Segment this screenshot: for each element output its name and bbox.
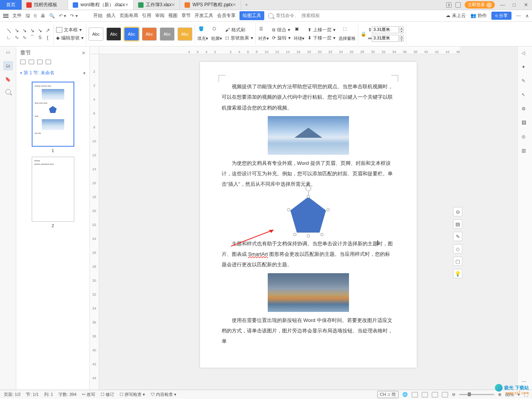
status-edit[interactable]: ☐ 修订 [101,392,114,397]
menu-layout[interactable]: 页面布局 [120,12,138,19]
status-page[interactable]: 页面: 1/2 [4,392,21,397]
pentagon-shape[interactable] [291,197,326,233]
status-spellcheck[interactable]: ☐ 拼写检查 ▾ [120,392,145,397]
tab-home[interactable]: 首页 [0,0,22,10]
tab-close-icon[interactable]: ✕ [233,2,236,7]
rail-chapter-icon[interactable]: 🗂 [3,61,13,70]
rpanel-select-icon[interactable]: ↖ [522,92,529,99]
menu-insert[interactable]: 插入 [106,12,116,19]
resize-handle[interactable] [293,233,296,236]
send-backward-button[interactable]: ⬇下移一层▾ [308,35,335,41]
lock-icon[interactable]: 🔒 [361,31,366,37]
qat-save-icon[interactable]: 🖫 [26,13,30,19]
rpanel-image-icon[interactable]: 🖼 [522,120,529,127]
menu-vip[interactable]: 会员专享 [217,12,236,19]
height-spin-up[interactable]: ▴ [400,26,404,30]
rpanel-toggle-icon[interactable]: ◁ [522,50,529,57]
page-thumbnail-1[interactable]: xxxxxx xxxxxx xxxxxxxx xxxx xxxxxxxxxxx … [32,82,74,147]
menu-reference[interactable]: 引用 [142,12,151,19]
menu-more-icon[interactable]: ⋯ [516,13,521,19]
resize-handle[interactable] [327,208,330,211]
hamburger-icon[interactable] [3,14,9,18]
status-words[interactable]: 字数: 394 [58,392,76,397]
selected-shape[interactable] [287,193,330,236]
view-web-icon[interactable] [432,392,438,397]
resize-handle[interactable] [287,208,290,211]
add-tab-button[interactable]: ＋ [241,0,252,10]
menu-file[interactable]: 文件 [12,12,22,19]
resize-handle[interactable] [320,233,323,236]
textbox-button[interactable]: 文本框 ▾ [56,27,84,33]
float-idea-icon[interactable]: 💡 [453,269,462,278]
bring-forward-button[interactable]: ⬆上移一层▾ [308,27,335,33]
rail-bookmark-icon[interactable]: 🔖 [5,76,12,83]
login-button[interactable]: 立即登录 [465,1,495,9]
tab-pptx[interactable]: WPS PPT教程.pptx ▸ ✕ [180,0,241,10]
rail-search-icon[interactable] [5,88,12,95]
rotate-handle[interactable] [306,186,311,191]
status-lang-icon[interactable]: 🌐 [402,392,408,397]
menu-start[interactable]: 开始 [93,12,103,19]
width-spin-up[interactable]: ▴ [400,35,404,38]
window-workspace-icon[interactable]: 3 [446,2,452,8]
cloud-status[interactable]: ☁ 未上云 [446,12,465,19]
nav-close-icon[interactable]: ✕ [82,50,86,56]
window-close[interactable]: ✕ [522,2,530,8]
tab-templates[interactable]: 找稻壳模板 [22,0,68,10]
ribbon-collapse-icon[interactable]: ∧ [525,13,529,19]
float-collapse-icon[interactable]: ⊖ [453,207,462,216]
qat-saveas-icon[interactable]: ⎘ [34,13,37,19]
style-swatches[interactable]: Abc Abc Abc Abc Abc Abc [86,24,195,45]
status-column[interactable]: 列: 1 [44,392,53,397]
tab-menu-icon[interactable]: ▸ [166,2,169,8]
qat-preview-icon[interactable]: 🔍 [49,13,55,19]
share-button[interactable]: ⎋ 分享 [491,12,511,20]
float-layout-icon[interactable]: ▤ [453,219,462,229]
window-minimize[interactable]: — [499,2,506,8]
height-input[interactable] [372,26,399,33]
qat-redo-icon[interactable]: ↷ ▾ [70,13,77,19]
menu-review[interactable]: 审阅 [155,12,164,19]
menu-dev[interactable]: 开发工具 [195,12,213,19]
rail-page-icon[interactable]: ▭ [5,49,12,56]
outline-button[interactable]: ⬡轮廓▾ [211,26,222,41]
width-spin-down[interactable]: ▾ [400,38,404,42]
view-read-icon[interactable] [442,392,448,397]
rpanel-settings-icon[interactable]: ⚙ [522,106,529,113]
window-grid-icon[interactable] [455,2,461,8]
page-thumbnail-2[interactable]: xxxxxxxxxxxx xxxxxxxxx xxxx [32,157,74,222]
swatch-2[interactable]: Abc [106,27,121,41]
rpanel-style-icon[interactable]: ✦ [522,64,529,71]
zoom-slider[interactable] [459,394,494,395]
status-rewrite[interactable]: ✏ 改写 [82,392,95,397]
float-edit-icon[interactable]: ✎ [453,232,462,241]
shape-gallery[interactable]: ＼↘↘↘↘↗ ∟∿∿⌒Ｓ{ [5,27,51,41]
width-input[interactable] [372,35,399,42]
group-button[interactable]: ⧉组合▾ [272,27,291,33]
view-page-icon[interactable] [412,392,418,397]
nav-thumbnail-tools[interactable] [20,60,86,64]
selection-pane-button[interactable]: ⬚选择窗格 [339,26,356,41]
image-autumn[interactable] [268,273,349,312]
swatch-4[interactable]: Abc [142,27,157,41]
horizontal-ruler[interactable]: 4642246810121416182022242628303234363840… [99,46,460,54]
window-maximize[interactable]: □ [510,2,518,8]
menu-drawing-tools[interactable]: 绘图工具 [239,11,264,20]
swatch-3[interactable]: Abc [124,27,139,41]
wrap-button[interactable]: ▣环绕▾ [294,26,304,41]
tab-menu-icon[interactable]: ▸ [120,2,122,8]
tab-close-icon[interactable]: ✕ [125,2,128,7]
image-mountain[interactable] [268,116,349,155]
edit-shape-button[interactable]: ◆编辑形状 ▾ [56,35,84,41]
tab-close-icon[interactable]: ✕ [171,2,175,7]
tab-menu-icon[interactable]: ▸ [228,2,230,8]
float-outline-icon[interactable]: ▢ [453,257,462,266]
document-canvas[interactable]: 视频提供了功能强大的方法帮助您证明您的观点。当您单击联机视频时，可以在想要添加的… [99,54,517,390]
qat-undo-icon[interactable]: ↶ ▾ [59,13,66,19]
status-contentcheck[interactable]: 🛡 内容检查 ▾ [151,392,176,397]
swatch-6[interactable]: Abc [178,27,192,41]
fill-button[interactable]: 🪣填充▾ [197,26,208,41]
command-search[interactable]: 查找命令、搜索模板 [268,12,320,19]
menu-view[interactable]: 视图 [168,12,178,19]
zoom-out-icon[interactable]: ⊖ [452,392,455,397]
